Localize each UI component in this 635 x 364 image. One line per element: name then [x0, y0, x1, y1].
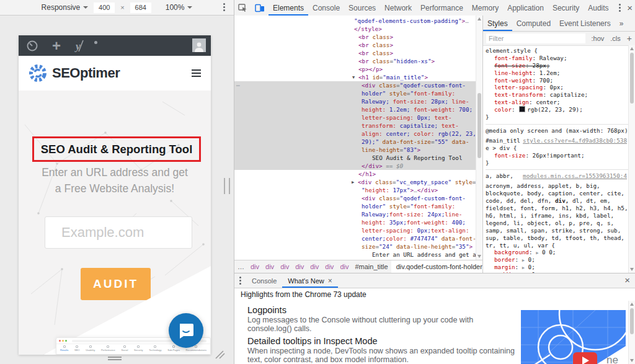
devtools-close-icon[interactable]: × — [627, 3, 633, 12]
dashboard-gauge-icon[interactable] — [26, 40, 38, 52]
code-line[interactable]: font-size: 26px!important; — [486, 152, 628, 159]
breadcrumb-item[interactable]: div — [337, 263, 352, 270]
avatar[interactable] — [192, 38, 206, 52]
drawer-menu-icon[interactable] — [234, 277, 246, 285]
code-line[interactable]: modules.min.css…r=1553963150:4a, abbr, — [486, 169, 628, 182]
code-line[interactable]: legend, li, object, ol, p, pre, q, s, — [486, 220, 628, 227]
code-line[interactable]: acronym, address, applet, b, big, — [486, 182, 628, 190]
code-line[interactable]: line-height: 1.2em; — [486, 69, 628, 77]
code-line[interactable]: Raleway;font-size: 24px;line- — [234, 210, 482, 218]
more-actions-icon[interactable]: ⋯ — [236, 81, 240, 89]
code-line[interactable]: holder" style="font-family: — [234, 202, 482, 210]
whats-new-item-title[interactable]: Detailed tooltips in Inspect Mode — [247, 336, 515, 346]
code-line[interactable]: } — [486, 113, 628, 121]
styles-filter-input[interactable]: Filter — [486, 33, 585, 43]
code-line[interactable]: h6, html, i, iframe, ins, kbd, label, — [486, 212, 628, 220]
toggle-class-button[interactable]: .cls — [607, 35, 624, 42]
hamburger-menu-icon[interactable] — [192, 69, 201, 77]
viewport-height-input[interactable]: 684 — [130, 2, 151, 13]
code-line[interactable]: <p></p> — [234, 65, 482, 73]
yoast-seo-icon[interactable]: y — [73, 39, 87, 53]
code-line[interactable]: </style> — [234, 25, 482, 33]
new-content-icon[interactable]: + — [52, 40, 61, 52]
tab-console[interactable]: Console — [246, 273, 282, 288]
code-line[interactable]: align: center; color: rgb(22, 23, — [234, 130, 482, 138]
code-line[interactable]: holder" style="font-family: — [234, 89, 482, 97]
code-line[interactable]: letter-spacing: 0px;text-align: — [234, 226, 482, 234]
code-line[interactable]: line-height="83"> — [234, 146, 482, 154]
breadcrumb-item[interactable]: div — [247, 263, 262, 270]
tab-audits[interactable]: Audits — [584, 0, 613, 16]
code-line[interactable]: tr, tt, u, ul, var { — [486, 242, 628, 249]
breadcrumb-item[interactable]: div.qodef-custom-font-holder — [391, 260, 482, 273]
inspect-element-icon[interactable] — [234, 0, 251, 16]
code-line[interactable]: Enter an URL address and get a — [234, 251, 482, 259]
drawer-scrollbar[interactable] — [628, 301, 635, 364]
code-line[interactable]: margin: ▶ 0; — [486, 264, 628, 271]
code-line[interactable]: samp, small, span, strike, strong, sub, — [486, 227, 628, 234]
toggle-hover-button[interactable]: :hov — [588, 35, 608, 42]
code-line[interactable]: center;color: #747474" data-font- — [234, 234, 482, 242]
code-line[interactable]: blockquote, body, caption, center, cite, — [486, 190, 628, 197]
tab-elements[interactable]: Elements — [269, 0, 308, 16]
breadcrumb-item[interactable]: … — [234, 263, 247, 270]
seoptimer-logo[interactable]: SEOptimer — [27, 63, 120, 84]
device-mode-select[interactable]: Responsive — [42, 3, 89, 12]
breadcrumb-item[interactable]: div — [262, 263, 277, 270]
code-line[interactable]: 29);" data-font-size="55" data- — [234, 138, 482, 146]
tab-sources[interactable]: Sources — [344, 0, 380, 16]
code-line[interactable]: </h1> — [234, 170, 482, 178]
code-line[interactable]: ▼<h1 id="main_title"> — [234, 73, 482, 81]
code-line[interactable]: font-family: Raleway; — [486, 55, 628, 62]
new-style-rule-button[interactable]: + — [624, 33, 635, 43]
viewport-width-input[interactable]: 400 — [94, 2, 115, 13]
tab-application[interactable]: Application — [503, 0, 548, 16]
code-line[interactable]: style.css?ver=4…fd9ad38cb0:538#main_titl — [486, 137, 628, 144]
code-line[interactable]: element.style { — [486, 47, 628, 55]
video-thumbnail[interactable]: ne — [521, 310, 626, 364]
tab-network[interactable]: Network — [380, 0, 416, 16]
code-line[interactable]: <br class> — [234, 33, 482, 41]
code-line[interactable]: Raleway; font-size: 28px; line- — [234, 97, 482, 105]
breadcrumb-item[interactable]: div — [307, 263, 322, 270]
code-line[interactable]: font-size: 28px; — [486, 62, 628, 69]
device-toolbar-menu-icon[interactable] — [223, 3, 225, 11]
code-line[interactable]: color: rgb(22, 23, 29); — [486, 106, 628, 113]
corner-resize-handle[interactable] — [215, 349, 225, 359]
code-line[interactable]: ⋯<div class="qodef-custom-font- — [234, 81, 482, 89]
code-line[interactable]: <br class> — [234, 49, 482, 57]
elements-scrollbar[interactable] — [476, 16, 482, 260]
code-line[interactable]: </div> == $0 — [234, 162, 482, 170]
code-line[interactable]: fieldset, font, form, h1, h2, h3, h4, h5… — [486, 205, 628, 212]
viewport-drag-handle[interactable] — [108, 357, 122, 362]
sidebar-tab--[interactable]: » — [615, 16, 628, 31]
zoom-select[interactable]: 100% — [166, 3, 193, 12]
code-line[interactable]: <br class="hidden-xs"> — [234, 57, 482, 65]
code-line[interactable]: <br class> — [234, 41, 482, 49]
code-line[interactable]: height: 35px;font-weight: 400; — [234, 218, 482, 226]
viewport-resize-handle[interactable] — [224, 178, 230, 194]
code-line[interactable]: letter-spacing: 0px; text- — [234, 113, 482, 122]
breadcrumb-item[interactable]: div — [322, 263, 337, 270]
code-line[interactable]: letter-spacing: 0px; — [486, 84, 628, 91]
code-line[interactable]: text-align: center; — [486, 99, 628, 106]
breadcrumb-item[interactable]: div — [277, 263, 292, 270]
sidebar-tab-computed[interactable]: Computed — [512, 16, 555, 31]
code-line[interactable]: SEO Audit & Reporting Tool — [234, 154, 482, 162]
code-line[interactable]: background: ▶ 0 0; — [486, 249, 628, 256]
tab-memory[interactable]: Memory — [468, 0, 503, 16]
tab-security[interactable]: Security — [548, 0, 584, 16]
device-toolbar-icon[interactable] — [251, 0, 269, 16]
whats-new-item-title[interactable]: Logpoints — [247, 305, 515, 315]
code-line[interactable]: size="24" data-line-height="35"> — [234, 242, 482, 251]
tab-whats-new[interactable]: What's New× — [282, 273, 337, 288]
code-line[interactable]: transform: capitalize; text- — [234, 122, 482, 130]
sidebar-tab-styles[interactable]: Styles — [483, 16, 512, 31]
code-line[interactable]: <div class="qodef-custom-font- — [234, 194, 482, 202]
code-line[interactable]: "height: 17px">…</div> — [234, 186, 482, 194]
chat-widget-button[interactable] — [169, 313, 203, 348]
code-line[interactable]: height: 1.2em; font-weight: 700; — [234, 105, 482, 113]
code-line[interactable]: "qodef-elements-custom-padding">… — [234, 17, 482, 25]
code-line[interactable]: @media only screen and (max-width: 768px… — [486, 124, 628, 137]
code-line[interactable]: font-weight: 700; — [486, 77, 628, 84]
